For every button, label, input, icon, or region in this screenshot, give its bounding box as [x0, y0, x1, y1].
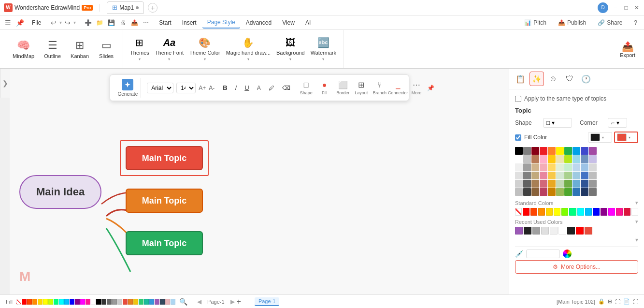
status-color-cell[interactable] [128, 299, 133, 305]
expand-section[interactable]: ▾ [515, 236, 638, 243]
color-cell[interactable] [531, 172, 539, 179]
outline-button[interactable]: ☰ Outline [41, 37, 64, 61]
standard-color-cell[interactable] [593, 208, 600, 216]
hex-input[interactable]: #f83d2e [526, 249, 560, 258]
recent-color-cell[interactable] [558, 227, 566, 235]
color-cell[interactable] [540, 155, 547, 163]
recent-color-cell[interactable] [524, 227, 531, 235]
standard-color-cell[interactable] [530, 208, 537, 216]
menu-view[interactable]: View [277, 17, 300, 28]
status-color-cell[interactable] [64, 299, 69, 305]
redo-button[interactable]: ↪ [64, 18, 72, 28]
status-color-cell[interactable] [59, 299, 64, 305]
status-color-cell[interactable] [117, 299, 122, 305]
status-color-cell[interactable] [91, 299, 96, 305]
color-cell[interactable] [564, 155, 572, 163]
help-button[interactable]: ? [630, 18, 641, 28]
font-size-select[interactable]: 14 [176, 83, 196, 93]
color-cell[interactable] [589, 188, 597, 196]
standard-color-cell[interactable] [631, 208, 638, 216]
color-cell[interactable] [531, 188, 539, 196]
fill-red-dropdown[interactable]: ▾ [614, 132, 638, 143]
export-icon[interactable]: 📤 [129, 17, 140, 28]
slides-button[interactable]: ▭ Slides [96, 37, 117, 61]
more-options-button[interactable]: ⚙ More Options... [515, 260, 638, 274]
fullscreen-icon[interactable]: ⛶ [633, 299, 638, 305]
color-cell[interactable] [523, 155, 531, 163]
gradient-button[interactable] [563, 249, 572, 258]
connector-tool[interactable]: ⎯ Connector [390, 80, 406, 96]
shape-tool[interactable]: □ Shape [299, 80, 314, 96]
fill-color-checkbox[interactable] [515, 134, 521, 141]
eraser-button[interactable]: ⌫ [280, 83, 293, 93]
underline-button[interactable]: U [242, 83, 251, 93]
font-size-increase[interactable]: A+ [199, 85, 206, 91]
status-color-cell[interactable] [112, 299, 117, 305]
recent-color-cell[interactable] [515, 227, 523, 235]
color-cell[interactable] [540, 147, 547, 155]
color-cell[interactable] [589, 172, 597, 179]
status-color-cell[interactable] [144, 299, 149, 305]
print-icon[interactable]: 🖨 [117, 17, 128, 28]
color-cell[interactable] [589, 147, 597, 155]
recent-color-cell[interactable] [567, 227, 575, 235]
panel-tab-layout[interactable]: 📋 [513, 72, 528, 86]
canvas-area[interactable]: Generate Arial 14 A+ A- B I U A 🖊 ⌫ □ Sh… [10, 69, 509, 294]
new-tab-button[interactable]: + [148, 3, 157, 13]
recent-color-cell[interactable] [541, 227, 549, 235]
eyedropper-button[interactable]: 💉 [515, 250, 523, 258]
color-cell[interactable] [572, 147, 580, 155]
color-cell[interactable] [540, 163, 547, 171]
color-cell[interactable] [564, 163, 572, 171]
standard-color-cell[interactable] [601, 208, 607, 216]
color-cell[interactable] [515, 188, 523, 196]
shape-select[interactable]: □ ▾ [543, 118, 572, 128]
panel-tab-emoji[interactable]: ☺ [546, 72, 560, 86]
fill-dark-dropdown[interactable]: ▾ [588, 132, 612, 143]
pitch-button[interactable]: 📊Pitch [520, 18, 550, 28]
status-color-cell[interactable] [16, 299, 21, 305]
standard-color-cell[interactable] [624, 208, 630, 216]
color-cell[interactable] [523, 163, 531, 171]
watermark-button[interactable]: 🔤 Watermark ▾ [310, 35, 337, 63]
color-cell[interactable] [572, 155, 580, 163]
color-cell[interactable] [523, 180, 531, 188]
apply-same-type-checkbox[interactable] [515, 96, 521, 102]
recent-color-cell[interactable] [550, 227, 558, 235]
standard-color-cell[interactable] [538, 208, 545, 216]
status-color-cell[interactable] [32, 299, 37, 305]
color-cell[interactable] [556, 188, 564, 196]
status-color-cell[interactable] [107, 299, 112, 305]
pin-icon[interactable]: 📌 [14, 18, 26, 28]
color-cell[interactable] [548, 180, 556, 188]
collapse-toggle[interactable]: ❯ [0, 69, 10, 98]
menu-page-style[interactable]: Page Style [202, 17, 240, 29]
standard-colors-expand[interactable]: ▾ [635, 200, 638, 206]
panel-tab-clock[interactable]: 🕐 [579, 72, 593, 86]
share-button[interactable]: 🔗Share [594, 18, 626, 28]
corner-select[interactable]: ⌐ ▾ [608, 118, 627, 128]
status-color-cell[interactable] [96, 299, 101, 305]
color-cell[interactable] [515, 163, 523, 171]
status-color-cell[interactable] [27, 299, 32, 305]
minimize-button[interactable]: ─ [612, 4, 619, 11]
status-color-cell[interactable] [139, 299, 143, 305]
status-color-cell[interactable] [101, 299, 106, 305]
standard-color-cell[interactable] [569, 208, 576, 216]
close-button[interactable]: ✕ [633, 4, 640, 11]
panel-tab-style[interactable]: ✨ [530, 72, 544, 86]
color-cell[interactable] [548, 163, 556, 171]
export-button[interactable]: 📤 Export [615, 30, 640, 68]
color-cell[interactable] [523, 147, 531, 155]
add-icon[interactable]: ➕ [83, 17, 93, 28]
doc-tab[interactable]: ⊞ Map1 [107, 1, 144, 14]
save-icon[interactable]: 💾 [106, 17, 116, 28]
color-cell[interactable] [556, 155, 564, 163]
publish-button[interactable]: 📤Publish [554, 18, 590, 28]
topic-1-node[interactable]: Main Topic [126, 146, 203, 170]
standard-color-cell[interactable] [546, 208, 553, 216]
status-color-cell[interactable] [80, 299, 85, 305]
color-cell[interactable] [564, 147, 572, 155]
panel-tab-shield[interactable]: 🛡 [562, 72, 577, 86]
fit-icon[interactable]: ⛶ [615, 299, 620, 305]
